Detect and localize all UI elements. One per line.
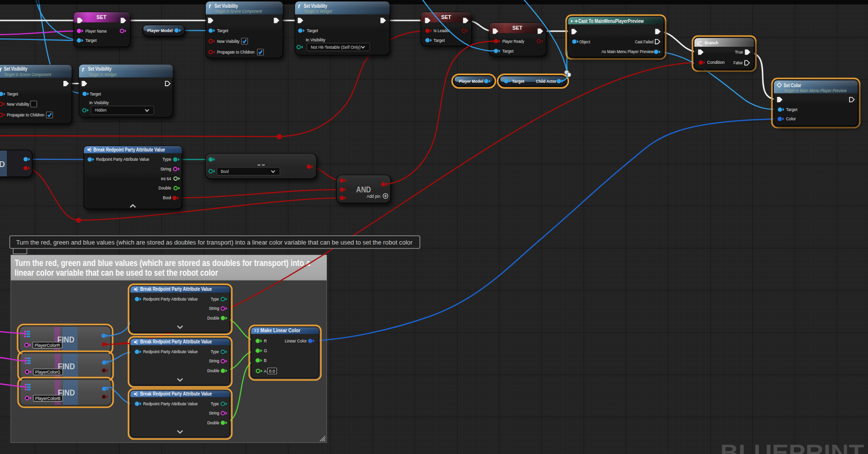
svg-text:Add pin: Add pin xyxy=(367,194,380,199)
svg-text:Make Linear Color: Make Linear Color xyxy=(260,328,300,333)
svg-text:A: A xyxy=(264,369,267,374)
svg-text:Bool: Bool xyxy=(221,169,229,174)
svg-text:Double: Double xyxy=(158,186,171,190)
svg-text:PlayerColorR: PlayerColorR xyxy=(35,343,60,348)
svg-text:Target is Main Menu Player Pre: Target is Main Menu Player Preview xyxy=(784,88,847,93)
svg-text:Cast Failed: Cast Failed xyxy=(635,39,653,44)
svg-text:SET: SET xyxy=(97,14,107,20)
svg-text:Target: Target xyxy=(90,92,101,96)
svg-text:New Visibility: New Visibility xyxy=(217,39,239,44)
svg-text:Target: Target xyxy=(7,92,18,96)
svg-text:Player Model: Player Model xyxy=(147,28,173,33)
svg-text:Linear Color: Linear Color xyxy=(285,339,307,343)
svg-text:Target: Target xyxy=(512,79,524,84)
svg-text:String: String xyxy=(160,167,171,171)
svg-text:BLUEPRINT: BLUEPRINT xyxy=(720,440,864,454)
svg-text:Redpoint Party Attribute Value: Redpoint Party Attribute Value xyxy=(96,157,149,162)
svg-text:Bool: Bool xyxy=(163,195,171,200)
svg-text:Cast To MainMenuPlayerPreview: Cast To MainMenuPlayerPreview xyxy=(578,19,644,24)
svg-text:Not Hit-Testable (Self Only): Not Hit-Testable (Self Only) xyxy=(311,45,360,50)
svg-text:Player Model: Player Model xyxy=(459,79,483,84)
svg-text:In Visibility: In Visibility xyxy=(89,100,109,105)
svg-text:Turn the red, green and blue v: Turn the red, green and blue values (whi… xyxy=(15,258,310,268)
svg-text:Target: Target xyxy=(85,38,97,43)
svg-text:Hidden: Hidden xyxy=(95,108,107,113)
svg-text:R: R xyxy=(264,339,267,343)
svg-text:Player Name: Player Name xyxy=(85,29,107,34)
svg-text:False: False xyxy=(733,60,743,65)
svg-text:As Main Menu Player Preview: As Main Menu Player Preview xyxy=(602,49,654,54)
svg-text:Set Color: Set Color xyxy=(784,83,801,88)
svg-text:In Visibility: In Visibility xyxy=(306,38,325,42)
svg-text:Target: Target xyxy=(786,107,797,112)
svg-text:Target: Target xyxy=(434,38,445,43)
svg-text:PlayerColorB: PlayerColorB xyxy=(35,396,60,401)
svg-text:Target: Target xyxy=(502,49,513,54)
svg-text:PlayerColorG: PlayerColorG xyxy=(35,370,60,375)
svg-text:linear color variable that can: linear color variable that can be used t… xyxy=(15,268,218,278)
svg-text:SET: SET xyxy=(513,25,523,31)
svg-text:B: B xyxy=(264,358,267,363)
svg-text:Condition: Condition xyxy=(707,60,725,65)
svg-text:Propagate to Children: Propagate to Children xyxy=(7,113,44,117)
svg-text:New Visibility: New Visibility xyxy=(7,102,29,107)
svg-text:Type: Type xyxy=(162,157,171,162)
svg-text:Target is Scene Component: Target is Scene Component xyxy=(4,72,52,77)
svg-text:Color: Color xyxy=(786,116,796,121)
svg-text:Target is Widget: Target is Widget xyxy=(304,9,333,14)
svg-text:AND: AND xyxy=(356,185,371,194)
svg-text:Set Visibility: Set Visibility xyxy=(4,66,27,72)
svg-text:Break Redpoint Party Attribute: Break Redpoint Party Attribute Value xyxy=(94,147,165,152)
svg-text:Child Actor: Child Actor xyxy=(536,79,556,84)
svg-text:True: True xyxy=(735,50,743,55)
svg-text:D: D xyxy=(0,160,5,169)
svg-text:G: G xyxy=(264,348,267,353)
svg-text:Player Ready: Player Ready xyxy=(502,39,524,44)
svg-text:Int 64: Int 64 xyxy=(161,176,171,181)
svg-text:SET: SET xyxy=(441,14,452,20)
svg-text:Set Visibility: Set Visibility xyxy=(215,3,238,9)
svg-text:Set Visibility: Set Visibility xyxy=(88,66,112,72)
svg-text:Target: Target xyxy=(307,28,318,33)
svg-text:Target is Widget: Target is Widget xyxy=(88,72,117,77)
svg-text:Target: Target xyxy=(217,28,228,33)
svg-text:0.0: 0.0 xyxy=(269,369,276,374)
svg-text:Set Visibility: Set Visibility xyxy=(304,3,327,9)
svg-text:Object: Object xyxy=(579,39,590,44)
svg-text:Target is Scene Component: Target is Scene Component xyxy=(215,9,262,14)
svg-text:Branch: Branch xyxy=(705,40,718,45)
svg-text:Propagate to Children: Propagate to Children xyxy=(217,50,255,55)
svg-text:Turn the red, green and blue v: Turn the red, green and blue values (whi… xyxy=(16,239,413,246)
